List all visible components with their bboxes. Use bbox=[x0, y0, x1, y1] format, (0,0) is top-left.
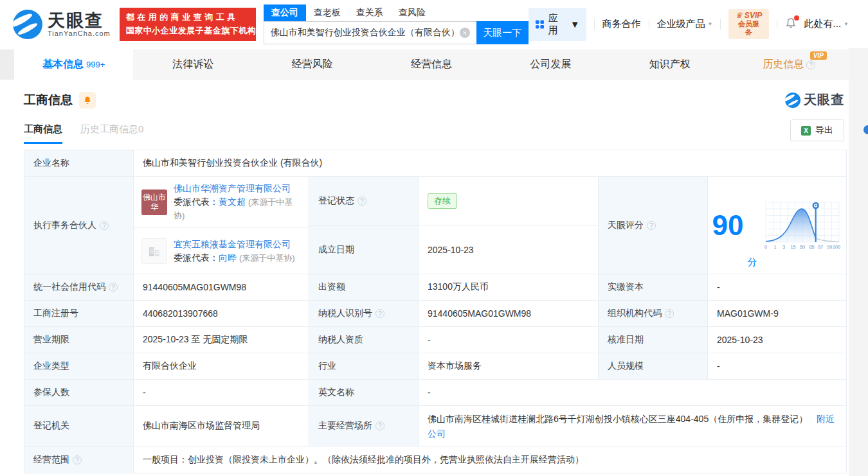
nav-enterprise-products[interactable]: 企业级产品 ▼ bbox=[657, 18, 713, 30]
help-icon[interactable]: ? bbox=[100, 221, 109, 230]
help-icon[interactable]: ? bbox=[375, 309, 384, 318]
table-row: 登记机关 佛山市南海区市场监督管理局 主要经营场所 ? 佛山市南海区桂城街道桂澜… bbox=[24, 406, 846, 446]
field-label: 出资额 bbox=[309, 274, 419, 300]
business-info-subtabs: 工商信息 历史工商信息0 bbox=[24, 123, 143, 144]
partner-company-link[interactable]: 佛山市华潮资产管理有限公司 bbox=[174, 183, 291, 193]
table-row: 营业期限 2025-10-23 至 无固定期限 纳税人资质 - 核准日期 202… bbox=[24, 327, 846, 353]
table-row: 成立日期 2025-10-23 bbox=[309, 225, 598, 274]
search-tab-company[interactable]: 查公司 bbox=[264, 4, 306, 21]
company-type-value: 有限合伙企业 bbox=[134, 353, 309, 379]
field-label: 企业类型 bbox=[24, 353, 134, 379]
table-row: 经营范围 ? 一般项目：创业投资（限投资未上市企业）。（除依法须经批准的项目外，… bbox=[24, 446, 846, 473]
svg-text:50: 50 bbox=[800, 244, 805, 250]
logo-wave-icon bbox=[13, 10, 42, 39]
taxpayer-quality-value: - bbox=[419, 327, 599, 353]
table-row: 企业名称 佛山市和美智行创业投资合伙企业 (有限合伙) bbox=[24, 150, 846, 177]
registration-status-value: 存续 bbox=[419, 177, 598, 225]
floating-widget[interactable] bbox=[863, 125, 868, 134]
partner-company-link[interactable]: 宜宾五粮液基金管理有限公司 bbox=[174, 239, 291, 249]
score-value: 90 bbox=[712, 211, 744, 240]
field-label: 成立日期 bbox=[309, 225, 419, 274]
tab-legal-litigation[interactable]: 法律诉讼 bbox=[133, 49, 252, 80]
svip-member-button[interactable]: ♛ SVIP 会员服务 bbox=[728, 9, 768, 39]
search-input[interactable]: 佛山市和美智行创业投资合伙企业（有限合伙） × bbox=[264, 21, 476, 44]
tab-company-development[interactable]: 公司发展 bbox=[491, 49, 610, 80]
business-place-value: 佛山市南海区桂城街道桂澜北路6号千灯湖创投小镇核心区三座404-405（住所申报… bbox=[419, 406, 846, 446]
svg-text:97: 97 bbox=[818, 244, 823, 250]
company-name-value: 佛山市和美智行创业投资合伙企业 (有限合伙) bbox=[134, 150, 846, 176]
main-content: 工商信息 天眼查 工商信息 历史工商信息0 X 导出 bbox=[0, 80, 849, 476]
search-button[interactable]: 天眼一下 bbox=[476, 21, 529, 44]
search-tabs: 查公司 查老板 查关系 查风险 bbox=[264, 4, 529, 21]
apps-menu[interactable]: 应用 ▼ bbox=[529, 8, 586, 41]
field-label: 人员规模 bbox=[599, 353, 708, 379]
nav-business-cooperation[interactable]: 商务合作 bbox=[602, 18, 641, 30]
help-icon[interactable]: ? bbox=[73, 455, 82, 464]
table-row: 工商注册号 440682013907668 纳税人识别号 ? 91440605M… bbox=[24, 301, 846, 327]
user-menu[interactable]: 此处有... ▼ bbox=[804, 18, 849, 30]
field-label: 纳税人识别号 ? bbox=[309, 301, 419, 326]
search-tab-risk[interactable]: 查风险 bbox=[391, 4, 433, 21]
source-note: (来源于中基协) bbox=[239, 253, 295, 263]
score-unit: 分 bbox=[747, 256, 757, 269]
help-icon[interactable]: ? bbox=[109, 283, 118, 292]
reg-number-value: 440682013907668 bbox=[134, 301, 309, 326]
notification-bell[interactable] bbox=[785, 17, 797, 31]
tab-intellectual-property[interactable]: 知识产权 bbox=[610, 49, 729, 80]
logo-title: 天眼查 bbox=[48, 12, 111, 30]
banner-line2: 国家中小企业发展子基金旗下机构 bbox=[126, 25, 249, 37]
divider bbox=[649, 19, 649, 30]
english-name-value: - bbox=[419, 380, 846, 405]
tianyancha-logo[interactable]: 天眼查 TianYanCha.com bbox=[13, 10, 111, 39]
apps-label: 应用 bbox=[548, 12, 566, 37]
logo-subtitle: TianYanCha.com bbox=[48, 30, 111, 37]
help-icon[interactable]: ? bbox=[357, 197, 366, 206]
help-icon[interactable]: ? bbox=[806, 60, 815, 69]
search-area: 查公司 查老板 查关系 查风险 佛山市和美智行创业投资合伙企业（有限合伙） × … bbox=[264, 4, 529, 44]
partner-item: 佛山市华 佛山市华潮资产管理有限公司 委派代表：黄文超 (来源于中基协) bbox=[134, 177, 309, 227]
excel-icon: X bbox=[801, 126, 811, 136]
field-label: 登记机关 bbox=[24, 406, 134, 446]
table-row: 参保人数 - 英文名称 - bbox=[24, 380, 846, 406]
insured-count-value: - bbox=[134, 380, 309, 405]
reg-authority-value: 佛山市南海区市场监督管理局 bbox=[134, 406, 309, 446]
staff-size-value: - bbox=[708, 353, 846, 379]
search-tab-relation[interactable]: 查关系 bbox=[348, 4, 391, 21]
tab-history-info[interactable]: VIP 历史信息 ? bbox=[730, 49, 849, 80]
subtab-history-business-info[interactable]: 历史工商信息0 bbox=[80, 123, 143, 144]
help-icon[interactable]: ? bbox=[647, 221, 656, 230]
clear-icon[interactable]: × bbox=[460, 28, 470, 38]
help-icon[interactable]: ? bbox=[375, 421, 384, 430]
company-detail-tabs: 基本信息 999+ 法律诉讼 经营风险 经营信息 公司发展 知识产权 VIP 历… bbox=[14, 49, 849, 80]
field-label: 主要经营场所 ? bbox=[309, 406, 419, 446]
field-label: 英文名称 bbox=[309, 380, 419, 405]
logo-wave-icon bbox=[785, 93, 800, 108]
table-row: 登记状态 ? 存续 bbox=[309, 177, 598, 225]
bell-icon bbox=[83, 96, 92, 105]
search-tab-boss[interactable]: 查老板 bbox=[306, 4, 348, 21]
tab-basic-info[interactable]: 基本信息 999+ bbox=[14, 49, 133, 80]
svip-line1: ♛ SVIP bbox=[735, 12, 762, 20]
building-icon bbox=[147, 243, 162, 259]
divider bbox=[777, 19, 777, 30]
field-label: 组织机构代码 ? bbox=[599, 301, 708, 326]
field-label: 统一社会信用代码 ? bbox=[24, 274, 134, 300]
monitor-bell-button[interactable] bbox=[79, 92, 96, 109]
subtab-current-business-info[interactable]: 工商信息 bbox=[24, 123, 62, 144]
help-icon[interactable]: ? bbox=[665, 309, 674, 318]
export-button[interactable]: X 导出 bbox=[790, 119, 844, 141]
credit-code-value: 91440605MAG01GWM98 bbox=[134, 274, 309, 300]
representative-link[interactable]: 向晔 bbox=[219, 252, 237, 263]
business-info-table: 企业名称 佛山市和美智行创业投资合伙企业 (有限合伙) 执行事务合伙人 ? 佛山… bbox=[24, 150, 847, 473]
taxpayer-id-value: 91440605MAG01GWM98 bbox=[419, 301, 599, 326]
business-scope-value: 一般项目：创业投资（限投资未上市企业）。（除依法须经批准的项目外，凭营业执照依法… bbox=[134, 446, 846, 473]
partner-item: 宜宾五粮液基金管理有限公司 委派代表：向晔 (来源于中基协) bbox=[134, 227, 309, 274]
promo-banner: 都在用的商业查询工具 国家中小企业发展子基金旗下机构 bbox=[120, 8, 256, 41]
field-label: 经营范围 ? bbox=[24, 446, 134, 473]
tab-operation-risk[interactable]: 经营风险 bbox=[253, 49, 372, 80]
field-label: 核准日期 bbox=[599, 327, 708, 353]
tab-operation-info[interactable]: 经营信息 bbox=[372, 49, 491, 80]
right-margin bbox=[849, 48, 868, 476]
representative-link[interactable]: 黄文超 bbox=[219, 197, 246, 207]
field-label: 执行事务合伙人 ? bbox=[24, 177, 134, 274]
